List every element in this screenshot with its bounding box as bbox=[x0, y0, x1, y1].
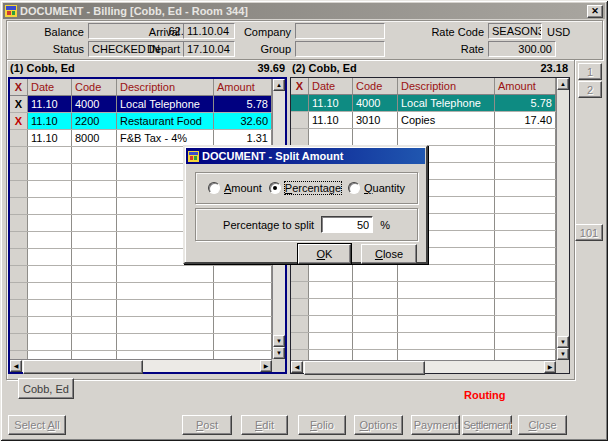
balance-label: Balance bbox=[10, 24, 84, 40]
percentage-input[interactable] bbox=[321, 216, 373, 233]
empty-row bbox=[291, 299, 556, 316]
radio-quantity[interactable]: Quantity bbox=[348, 182, 405, 194]
dialog-close-button[interactable]: Close bbox=[361, 244, 417, 264]
split-type-group: Amount Percentage Quantity bbox=[195, 172, 418, 204]
radio-percentage-label: Percentage bbox=[285, 182, 341, 194]
column-header-date: Date bbox=[28, 79, 72, 95]
horizontal-scrollbar[interactable]: ◀ ▶ bbox=[291, 360, 556, 373]
edit-button[interactable]: Edit bbox=[241, 415, 288, 435]
empty-row bbox=[291, 129, 556, 146]
folio-1-total: 39.69 bbox=[257, 62, 285, 77]
empty-row bbox=[10, 334, 272, 351]
scroll-up-icon[interactable]: ▲ bbox=[273, 79, 285, 91]
app-icon bbox=[5, 5, 17, 17]
split-amount-dialog: DOCUMENT - Split Amount Amount Percentag… bbox=[183, 145, 428, 264]
dialog-titlebar[interactable]: DOCUMENT - Split Amount bbox=[186, 148, 425, 164]
payment-button[interactable]: Payment bbox=[411, 415, 460, 435]
scroll-down-icon[interactable]: ▼ bbox=[557, 336, 569, 348]
routing-indicator: Routing bbox=[464, 389, 506, 401]
radio-percentage-circle bbox=[269, 182, 281, 194]
cell-amount: 32.60 bbox=[214, 113, 272, 129]
horizontal-scrollbar[interactable]: ◀ ▶ bbox=[10, 359, 272, 372]
currency-label: USD bbox=[547, 24, 570, 40]
cell-amount: 17.40 bbox=[495, 112, 556, 128]
tab-cobb-ed[interactable]: Cobb, Ed bbox=[18, 378, 74, 399]
scrollbar-corner bbox=[556, 360, 569, 373]
window-2-button[interactable]: 2 bbox=[578, 81, 602, 98]
radio-amount-label: Amount bbox=[224, 182, 262, 194]
scroll-up-icon[interactable]: ▲ bbox=[557, 78, 569, 90]
radio-amount[interactable]: Amount bbox=[208, 182, 262, 194]
cell-amount: 5.78 bbox=[214, 96, 272, 112]
close-icon[interactable]: ✕ bbox=[587, 5, 603, 18]
column-header-code: Code bbox=[72, 79, 117, 95]
charge-row[interactable]: 11.10 3010 Copies 17.40 bbox=[291, 112, 556, 129]
cell-description: Restaurant Food bbox=[117, 113, 214, 129]
rate-code-label: Rate Code bbox=[420, 24, 484, 40]
split-mark bbox=[291, 112, 309, 128]
cell-amount: 1.31 bbox=[214, 130, 272, 146]
folio-2-name: (2) Cobb, Ed bbox=[292, 62, 357, 77]
empty-row bbox=[291, 333, 556, 350]
depart-label: Depart bbox=[136, 41, 180, 57]
cell-amount: 5.78 bbox=[495, 95, 556, 111]
charge-row[interactable]: 11.10 4000 Local Telephone 5.78 bbox=[291, 95, 556, 112]
rate-code-field: SEASON3 bbox=[488, 23, 542, 39]
cell-description: Copies bbox=[398, 112, 495, 128]
group-field bbox=[295, 41, 385, 57]
company-field bbox=[295, 23, 385, 39]
close-button[interactable]: Close bbox=[518, 415, 567, 435]
window-titlebar[interactable]: DOCUMENT - Billing [Cobb, Ed - Room 344]… bbox=[3, 3, 605, 19]
post-button[interactable]: Post bbox=[182, 415, 232, 435]
window-101-button[interactable]: 101 bbox=[575, 224, 603, 241]
empty-row bbox=[10, 266, 272, 283]
billing-window: DOCUMENT - Billing [Cobb, Ed - Room 344]… bbox=[0, 0, 608, 441]
scroll-left-icon[interactable]: ◀ bbox=[291, 361, 303, 373]
scroll-bottom-icon[interactable]: ▼ bbox=[557, 348, 569, 360]
radio-quantity-circle bbox=[348, 182, 360, 194]
rate-field: 300.00 bbox=[488, 41, 556, 57]
select-all-button[interactable]: Select All bbox=[8, 415, 66, 435]
scroll-left-icon[interactable]: ◀ bbox=[10, 360, 22, 372]
scroll-right-icon[interactable]: ▶ bbox=[260, 360, 272, 372]
charge-row[interactable]: X 11.10 4000 Local Telephone 5.78 bbox=[10, 96, 272, 113]
depart-field: 17.10.04 bbox=[183, 41, 235, 57]
radio-amount-circle bbox=[208, 182, 220, 194]
column-header-date: Date bbox=[309, 78, 353, 94]
arrival-label: Arrival bbox=[136, 24, 180, 40]
cell-code: 8000 bbox=[72, 130, 117, 146]
folio-button[interactable]: Folio bbox=[298, 415, 346, 435]
column-header-code: Code bbox=[353, 78, 398, 94]
scrollbar-thumb[interactable] bbox=[304, 361, 425, 375]
empty-row bbox=[291, 265, 556, 282]
options-button[interactable]: Options bbox=[354, 415, 403, 435]
cell-description: Local Telephone bbox=[117, 96, 214, 112]
split-mark bbox=[291, 95, 309, 111]
folio-2-caption: (2) Cobb, Ed 23.18 bbox=[290, 62, 570, 77]
cell-code: 4000 bbox=[353, 95, 398, 111]
percent-sign: % bbox=[380, 219, 390, 231]
column-header-amount: Amount bbox=[495, 78, 556, 94]
window-1-button[interactable]: 1 bbox=[578, 63, 602, 80]
split-mark: X bbox=[10, 96, 28, 112]
scrollbar-thumb[interactable] bbox=[23, 360, 143, 374]
column-header-x: X bbox=[291, 78, 309, 94]
empty-row bbox=[291, 282, 556, 299]
ok-button[interactable]: OK bbox=[298, 244, 351, 264]
dialog-icon bbox=[188, 151, 199, 162]
charge-row[interactable]: X 11.10 2200 Restaurant Food 32.60 bbox=[10, 113, 272, 130]
scroll-down-icon[interactable]: ▼ bbox=[273, 335, 285, 347]
vertical-scrollbar[interactable]: ▲ ▼ ▼ bbox=[556, 78, 569, 360]
cell-description: F&B Tax - 4% bbox=[117, 130, 214, 146]
scrollbar-corner bbox=[272, 359, 285, 372]
folio-1-name: (1) Cobb, Ed bbox=[10, 62, 75, 77]
column-header-description: Description bbox=[117, 79, 214, 95]
scroll-bottom-icon[interactable]: ▼ bbox=[273, 347, 285, 359]
empty-row bbox=[291, 350, 556, 360]
scroll-right-icon[interactable]: ▶ bbox=[544, 361, 556, 373]
empty-row bbox=[10, 317, 272, 334]
cell-date: 11.10 bbox=[309, 112, 353, 128]
company-label: Company bbox=[240, 24, 291, 40]
radio-percentage[interactable]: Percentage bbox=[269, 182, 341, 194]
settlement-button[interactable]: Settlement bbox=[462, 415, 512, 435]
